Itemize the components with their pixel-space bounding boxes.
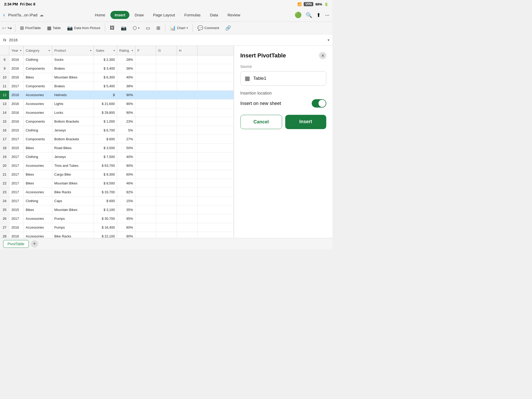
cell-category[interactable]: Bikes <box>24 73 52 82</box>
cell-rating[interactable]: 50% <box>117 144 135 152</box>
cell-year[interactable]: 2017 <box>9 170 24 179</box>
cell-sales[interactable]: $ 33,700 <box>94 188 117 196</box>
cell-g[interactable] <box>156 91 177 99</box>
cell-year[interactable]: 2017 <box>9 179 24 188</box>
cell-year[interactable]: 2017 <box>9 197 24 205</box>
cell-product[interactable]: Brakes <box>52 82 94 90</box>
cell-category[interactable]: Bikes <box>24 144 52 152</box>
cell-category[interactable]: Components <box>24 117 52 126</box>
cell-f[interactable] <box>135 64 156 73</box>
table-row[interactable]: 26 2017 Accessories Pumps $ 30,700 95% <box>0 214 234 223</box>
cell-year[interactable]: 2016 <box>9 73 24 82</box>
cell-h[interactable] <box>177 232 198 238</box>
panel-close-button[interactable]: ✕ <box>319 52 326 59</box>
cell-sales[interactable]: $ 3,400 <box>94 64 117 73</box>
cell-sales[interactable]: $ 7,500 <box>94 152 117 161</box>
cell-year[interactable]: 2017 <box>9 82 24 90</box>
cell-f[interactable] <box>135 55 156 64</box>
cell-h[interactable] <box>177 161 198 170</box>
formula-input[interactable] <box>9 38 325 42</box>
cell-sales[interactable]: $ 22,100 <box>94 232 117 238</box>
cell-h[interactable] <box>177 135 198 143</box>
cell-year[interactable]: 2015 <box>9 205 24 214</box>
cell-g[interactable] <box>156 223 177 232</box>
cell-product[interactable]: Bike Racks <box>52 188 94 196</box>
cell-g[interactable] <box>156 205 177 214</box>
table-row[interactable]: 22 2017 Bikes Mountain Bikes $ 8,500 46% <box>0 179 234 188</box>
cell-h[interactable] <box>177 108 198 117</box>
cell-product[interactable]: Helmets <box>52 91 94 99</box>
cell-category[interactable]: Components <box>24 64 52 73</box>
cell-sales[interactable]: $ 8,500 <box>94 179 117 188</box>
cell-rating[interactable]: 60% <box>117 170 135 179</box>
cell-year[interactable]: 2017 <box>9 161 24 170</box>
cell-h[interactable] <box>177 197 198 205</box>
cell-h[interactable] <box>177 144 198 152</box>
cell-rating[interactable]: 90% <box>117 161 135 170</box>
cell-f[interactable] <box>135 214 156 223</box>
cell-g[interactable] <box>156 232 177 238</box>
tab-formulas[interactable]: Formulas <box>180 11 205 19</box>
col-header-rating[interactable]: Rating▾ <box>117 46 135 55</box>
cell-h[interactable] <box>177 73 198 82</box>
cell-product[interactable]: Bottom Brackets <box>52 117 94 126</box>
cell-f[interactable] <box>135 144 156 152</box>
data-from-picture-button[interactable]: 📷 Data from Picture <box>64 24 103 32</box>
cell-h[interactable] <box>177 126 198 135</box>
cell-sales[interactable]: $ 16,400 <box>94 223 117 232</box>
cell-f[interactable] <box>135 223 156 232</box>
cell-year[interactable]: 2016 <box>9 55 24 64</box>
cell-product[interactable]: Bottom Brackets <box>52 135 94 143</box>
cell-rating[interactable]: 95% <box>117 214 135 223</box>
cell-h[interactable] <box>177 55 198 64</box>
cell-year[interactable]: 2017 <box>9 135 24 143</box>
col-header-product[interactable]: Product▾ <box>52 46 94 55</box>
cell-g[interactable] <box>156 108 177 117</box>
cell-f[interactable] <box>135 73 156 82</box>
cell-rating[interactable]: 28% <box>117 55 135 64</box>
cell-category[interactable]: Accessories <box>24 99 52 108</box>
cell-product[interactable]: Pumps <box>52 223 94 232</box>
cell-h[interactable] <box>177 223 198 232</box>
cell-product[interactable]: Locks <box>52 108 94 117</box>
search-icon[interactable]: 🔍 <box>306 12 312 18</box>
cell-category[interactable]: Accessories <box>24 188 52 196</box>
cell-f[interactable] <box>135 152 156 161</box>
table-row[interactable]: 11 2017 Components Brakes $ 5,400 38% <box>0 82 234 91</box>
cell-rating[interactable]: 90% <box>117 232 135 238</box>
cell-year[interactable]: 2016 <box>9 99 24 108</box>
col-header-sales[interactable]: Sales▾ <box>94 46 117 55</box>
table-row[interactable]: 19 2017 Clothing Jerseys $ 7,500 40% <box>0 152 234 161</box>
table-row[interactable]: 18 2015 Bikes Road Bikes $ 3,500 50% <box>0 144 234 152</box>
cell-year[interactable]: 2016 <box>9 91 24 99</box>
cell-f[interactable] <box>135 232 156 238</box>
cell-h[interactable] <box>177 170 198 179</box>
cell-category[interactable]: Clothing <box>24 126 52 135</box>
cell-f[interactable] <box>135 179 156 188</box>
table-row[interactable]: 13 2016 Accessories Lights $ 21,600 90% <box>0 99 234 108</box>
cell-g[interactable] <box>156 55 177 64</box>
insert-on-new-sheet-toggle[interactable] <box>312 99 326 108</box>
cell-year[interactable]: 2017 <box>9 214 24 223</box>
pivot-table-button[interactable]: ⊞ PivotTable <box>17 24 43 32</box>
cell-f[interactable] <box>135 117 156 126</box>
shapes-button[interactable]: ⬡ ▾ <box>130 24 142 32</box>
table-row[interactable]: 23 2017 Accessories Bike Racks $ 33,700 … <box>0 188 234 197</box>
tab-review[interactable]: Review <box>223 11 244 19</box>
share-icon[interactable]: ⬆ <box>316 12 321 18</box>
redo-button[interactable]: ↪ <box>8 25 12 31</box>
cell-category[interactable]: Accessories <box>24 232 52 238</box>
cell-rating[interactable]: 27% <box>117 135 135 143</box>
cell-product[interactable]: Lights <box>52 99 94 108</box>
cell-product[interactable]: Jerseys <box>52 126 94 135</box>
cell-f[interactable] <box>135 205 156 214</box>
cell-product[interactable]: Cargo Bike <box>52 170 94 179</box>
cell-f[interactable] <box>135 188 156 196</box>
cell-f[interactable] <box>135 91 156 99</box>
cell-f[interactable] <box>135 108 156 117</box>
cell-category[interactable]: Accessories <box>24 91 52 99</box>
cell-g[interactable] <box>156 214 177 223</box>
table-row[interactable]: 10 2016 Bikes Mountain Bikes $ 6,300 40% <box>0 73 234 82</box>
cell-h[interactable] <box>177 179 198 188</box>
sheet-tab-pivottable[interactable]: PivotTable <box>3 240 29 248</box>
